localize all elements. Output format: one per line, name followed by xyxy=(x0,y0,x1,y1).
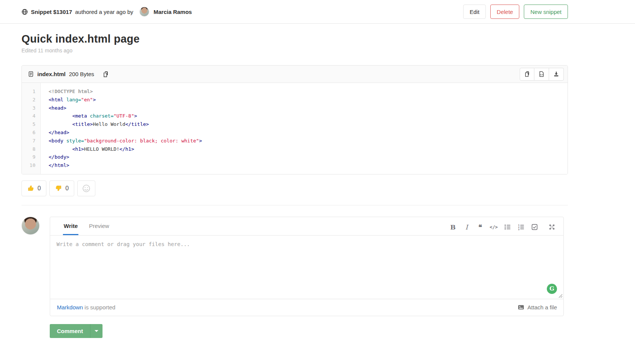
thumbs-down-button[interactable]: 0 xyxy=(49,180,74,196)
submit-row: Comment xyxy=(50,324,568,338)
snippet-id: Snippet $13017 xyxy=(31,9,72,15)
comment-section: Write Preview B I ❝ </> xyxy=(21,217,568,316)
attach-file-label: Attach a file xyxy=(528,304,557,310)
line-number[interactable]: 8 xyxy=(22,145,40,153)
markdown-link[interactable]: Markdown xyxy=(57,304,83,310)
numbered-list-icon[interactable]: 1 2 3 xyxy=(515,222,526,233)
tab-preview[interactable]: Preview xyxy=(88,217,110,235)
markdown-supported-text: is supported xyxy=(83,304,115,310)
code-line: <head> xyxy=(49,104,568,112)
comment-form: Write Preview B I ❝ </> xyxy=(50,217,564,316)
comment-button[interactable]: Comment xyxy=(50,324,90,338)
file-viewer: index.html 200 Bytes xyxy=(21,65,568,174)
award-emoji-block: 0 0 xyxy=(21,180,568,196)
line-numbers: 12345678910 xyxy=(22,83,41,174)
italic-icon[interactable]: I xyxy=(461,222,472,233)
bulleted-list-icon[interactable] xyxy=(502,222,513,233)
attach-image-icon xyxy=(518,304,524,310)
code-line: <h1>HELLO WORLD!</h1> xyxy=(49,145,568,153)
page-header: Snippet $13017 authored a year ago by Ma… xyxy=(0,0,635,24)
document-icon xyxy=(28,71,34,77)
add-reaction-button[interactable] xyxy=(77,180,95,196)
file-header: index.html 200 Bytes xyxy=(22,66,568,83)
tab-write[interactable]: Write xyxy=(63,217,78,235)
attach-file-button[interactable]: Attach a file xyxy=(518,304,557,310)
globe-icon xyxy=(21,9,28,15)
grammarly-icon[interactable]: G xyxy=(547,284,557,294)
code-line: <meta charset="UTF-8"> xyxy=(49,112,568,120)
bold-icon[interactable]: B xyxy=(447,222,459,233)
code-line: </head> xyxy=(49,128,568,137)
code-block: 12345678910 <!DOCTYPE html><html lang="e… xyxy=(22,83,568,174)
quote-icon[interactable]: ❝ xyxy=(474,222,486,233)
comment-textarea-wrap: G xyxy=(50,236,563,299)
file-name[interactable]: index.html xyxy=(37,71,66,77)
author-avatar[interactable] xyxy=(139,7,149,17)
file-size: 200 Bytes xyxy=(69,71,94,77)
thumbs-down-count: 0 xyxy=(66,185,69,192)
comment-input[interactable] xyxy=(50,236,563,299)
thumbs-down-emoji xyxy=(55,185,62,192)
line-number[interactable]: 6 xyxy=(22,128,40,137)
line-number[interactable]: 10 xyxy=(22,161,40,170)
copy-to-clipboard-icon[interactable] xyxy=(103,71,109,78)
page-title: Quick index.html page xyxy=(21,33,568,45)
code-lines: <!DOCTYPE html><html lang="en"><head> <m… xyxy=(41,83,568,174)
authored-text: authored a year ago by xyxy=(75,9,133,15)
code-line: <title>Hello World</title> xyxy=(49,120,568,128)
svg-text:</>: </> xyxy=(540,73,544,76)
code-line: <html lang="en"> xyxy=(49,96,568,104)
line-number[interactable]: 9 xyxy=(22,153,40,161)
line-number[interactable]: 1 xyxy=(22,87,40,96)
markdown-header: Write Preview B I ❝ </> xyxy=(50,217,563,236)
thumbs-up-emoji xyxy=(27,185,34,192)
open-raw-icon[interactable]: </> xyxy=(534,68,549,81)
line-number[interactable]: 4 xyxy=(22,112,40,120)
svg-text:3: 3 xyxy=(518,228,519,230)
line-number[interactable]: 3 xyxy=(22,104,40,112)
code-icon[interactable]: </> xyxy=(488,222,499,233)
delete-button[interactable]: Delete xyxy=(490,5,519,19)
smiley-icon xyxy=(82,184,90,193)
download-icon[interactable] xyxy=(549,68,564,81)
notes-divider xyxy=(21,205,568,205)
edited-timestamp: Edited 11 months ago xyxy=(21,47,568,54)
line-number[interactable]: 2 xyxy=(22,96,40,104)
fullscreen-icon[interactable] xyxy=(546,222,557,233)
snippet-meta: Snippet $13017 authored a year ago by Ma… xyxy=(21,7,192,17)
code-line: <body style="background-color: black; co… xyxy=(49,137,568,145)
current-user-avatar xyxy=(21,217,40,235)
caret-down-icon xyxy=(95,330,98,332)
copy-contents-icon[interactable] xyxy=(520,68,534,81)
file-actions: </> xyxy=(520,68,564,81)
task-list-icon[interactable] xyxy=(529,222,540,233)
thumbs-up-count: 0 xyxy=(38,185,41,192)
code-line: </body> xyxy=(49,153,568,161)
markdown-toolbar: B I ❝ </> 1 2 xyxy=(447,222,557,235)
code-line: </html> xyxy=(49,161,568,170)
code-line: <!DOCTYPE html> xyxy=(49,87,568,96)
line-number[interactable]: 5 xyxy=(22,120,40,128)
line-number[interactable]: 7 xyxy=(22,137,40,145)
comment-dropdown-button[interactable] xyxy=(90,324,103,338)
markdown-footer: Markdown is supported Attach a file xyxy=(50,299,563,316)
new-snippet-button[interactable]: New snippet xyxy=(524,5,568,19)
author-name[interactable]: Marcia Ramos xyxy=(154,9,192,15)
resize-handle-icon[interactable] xyxy=(558,294,563,298)
edit-button[interactable]: Edit xyxy=(463,5,486,19)
thumbs-up-button[interactable]: 0 xyxy=(21,180,46,196)
